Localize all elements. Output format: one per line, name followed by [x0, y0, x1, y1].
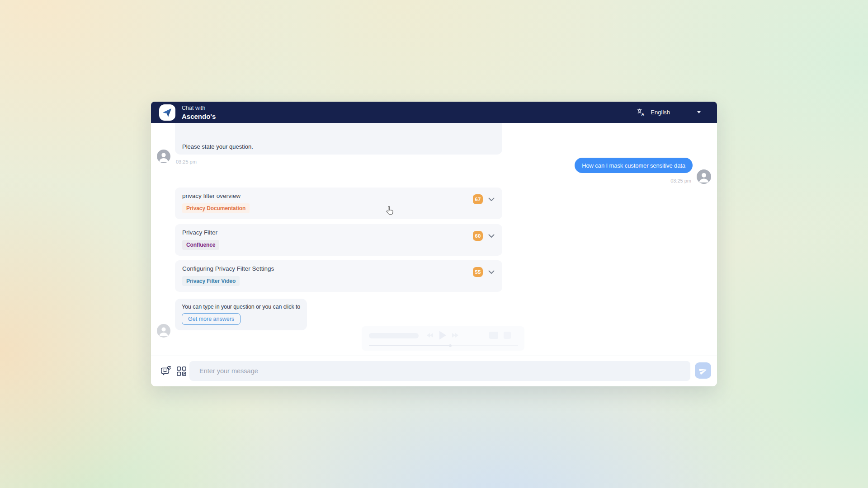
- person-icon: [157, 150, 170, 163]
- player-controls: [426, 330, 459, 340]
- send-button[interactable]: [695, 362, 711, 379]
- user-avatar: [697, 169, 711, 184]
- answer-title: Privacy Filter: [182, 229, 217, 236]
- message-input[interactable]: [189, 361, 690, 381]
- user-message-bubble: How can I mask customer sensitive data: [575, 158, 693, 173]
- fast-forward-icon: [452, 332, 459, 338]
- user-message-text: How can I mask customer sensitive data: [582, 162, 685, 169]
- language-label: English: [651, 109, 670, 116]
- header-titles: Chat with Ascendo's: [182, 105, 216, 121]
- language-caret-icon: [697, 111, 701, 113]
- answer-title: Configuring Privacy Filter Settings: [182, 265, 274, 272]
- bot-message-prompt: Please state your question.: [175, 140, 260, 154]
- get-more-answers-button[interactable]: Get more answers: [182, 313, 241, 325]
- chevron-down-icon[interactable]: [488, 270, 495, 274]
- answer-title: privacy filter overview: [182, 192, 241, 199]
- bot-followup-bubble: You can type in your question or you can…: [175, 299, 307, 330]
- chat-with-label: Chat with: [182, 105, 216, 112]
- emoji-picker-icon[interactable]: [160, 366, 171, 376]
- fading-video-player-overlay: [362, 326, 524, 351]
- answer-source-tag: Privacy Filter Video: [182, 276, 240, 286]
- player-progress-fill: [369, 345, 450, 346]
- ascendo-logo: [159, 104, 175, 121]
- bot-avatar-faded: [157, 324, 170, 338]
- send-paper-plane-icon: [698, 365, 708, 376]
- score-badge: 55: [473, 267, 483, 277]
- user-timestamp: 03:25 pm: [670, 178, 691, 183]
- player-fullscreen-skeleton: [504, 332, 511, 339]
- player-volume-skeleton: [489, 332, 498, 339]
- player-progress-knob: [449, 344, 452, 347]
- answer-source-tag: Privacy Documentation: [182, 203, 250, 213]
- person-icon: [157, 324, 170, 338]
- score-badge: 60: [473, 231, 483, 241]
- canned-responses-icon[interactable]: [176, 366, 187, 376]
- followup-text: You can type in your question or you can…: [182, 304, 300, 310]
- svg-text:A: A: [642, 112, 645, 117]
- answer-card[interactable]: privacy filter overview Privacy Document…: [175, 188, 502, 219]
- rewind-icon: [426, 332, 434, 338]
- play-icon: [438, 330, 447, 340]
- chat-widget: Chat with Ascendo's A English our team. …: [151, 102, 717, 386]
- chat-header: Chat with Ascendo's A English: [151, 102, 717, 123]
- chevron-down-icon[interactable]: [488, 234, 495, 238]
- answer-card[interactable]: Configuring Privacy Filter Settings Priv…: [175, 260, 502, 292]
- translate-icon: A: [637, 108, 645, 117]
- score-badge: 67: [473, 194, 483, 204]
- chat-message-list: our team. Please state your question. 03…: [151, 123, 717, 356]
- bot-timestamp: 03:25 pm: [176, 159, 197, 164]
- bot-avatar: [157, 150, 170, 163]
- player-label-skeleton: [369, 333, 419, 338]
- player-progress-track: [369, 345, 518, 346]
- answer-card[interactable]: Privacy Filter Confluence 60: [175, 224, 502, 256]
- paper-plane-logo-icon: [162, 107, 173, 118]
- bot-message-text: Please state your question.: [182, 143, 253, 150]
- chevron-down-icon[interactable]: [488, 197, 495, 202]
- language-selector[interactable]: A English: [637, 102, 701, 123]
- org-name: Ascendo's: [182, 113, 216, 121]
- answer-source-tag: Confluence: [182, 240, 219, 250]
- person-icon: [697, 169, 711, 184]
- message-composer: [151, 356, 717, 386]
